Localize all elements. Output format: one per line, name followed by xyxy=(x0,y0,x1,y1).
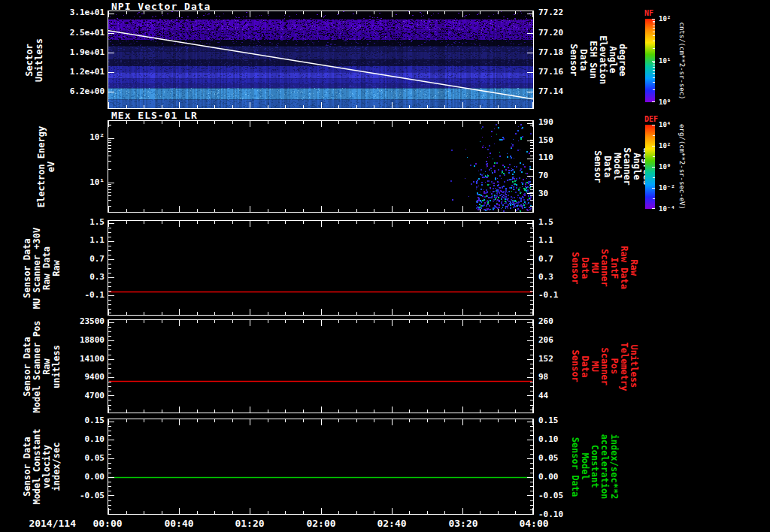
colorbar-tick-label: 10⁻² xyxy=(659,184,675,192)
colorbar-tick-label: 10⁻⁴ xyxy=(659,205,675,213)
y-tick-label-right: 77.22 xyxy=(538,8,563,17)
colorbar-tick xyxy=(652,167,655,168)
y-tick-label-left: 10¹ xyxy=(0,178,105,187)
y-tick-label-right: 77.14 xyxy=(538,87,563,96)
y-tick-label-right: 150 xyxy=(538,136,553,145)
time-tick-label: 03:20 xyxy=(448,518,477,529)
y-tick-label-right: 70 xyxy=(538,171,548,180)
plot-area-velocity xyxy=(108,419,534,515)
scanner-pos-line-canvas xyxy=(108,320,533,413)
y-tick-label-right: 30 xyxy=(538,189,548,198)
y-tick-label-right: 0.15 xyxy=(538,416,559,425)
colorbar-minor-tick xyxy=(653,32,655,32)
y-tick-label-right: 0.7 xyxy=(538,255,553,264)
time-tick-label: 02:40 xyxy=(377,518,406,529)
y-tick-label-left: 0.00 xyxy=(0,473,105,482)
y-tick-label-right: -0.05 xyxy=(538,491,563,500)
panel-title-mex-els: MEx ELS-01 LR xyxy=(111,110,198,121)
y-tick-label-left: 0.15 xyxy=(0,416,105,425)
y-tick-label-right: 98 xyxy=(538,373,548,382)
time-tick-label: 01:20 xyxy=(235,518,264,529)
time-tick-label: 00:40 xyxy=(164,518,193,529)
y-tick-label-left: 18800 xyxy=(0,336,105,345)
colorbar-minor-tick xyxy=(653,156,655,157)
colorbar-nf: NF cnts/(cm**2-sr-sec) 10²10¹10⁰ xyxy=(644,19,741,102)
y-tick-label-right: 1.1 xyxy=(538,236,553,245)
plot-area-els xyxy=(108,120,534,213)
colorbar-tick-label: 10⁰ xyxy=(659,163,671,171)
plot-area-mu-scanner xyxy=(108,220,534,316)
y-axis-label-acceleration: Sensor Data Model Constant acceleration … xyxy=(570,434,619,500)
colorbar-minor-tick xyxy=(653,89,655,90)
y-tick-label-left: 0.7 xyxy=(0,255,105,264)
colorbar-tick-label: 10² xyxy=(659,15,671,23)
date-label: 2014/114 xyxy=(0,518,76,529)
y-tick-label-left: 1.9e+01 xyxy=(0,48,105,57)
y-tick-label-left: 2.5e+01 xyxy=(0,29,105,38)
colorbar-minor-tick xyxy=(653,135,655,136)
time-tick-label: 02:00 xyxy=(306,518,335,529)
colorbar-tick xyxy=(652,125,655,125)
y-tick-label-right: 110 xyxy=(538,153,553,162)
plot-area-scanner-pos xyxy=(108,319,534,413)
colorbar-minor-tick xyxy=(653,82,655,83)
y-tick-label-right: 0.00 xyxy=(538,473,559,482)
colorbar-minor-tick xyxy=(653,26,655,26)
colorbar-minor-tick xyxy=(653,62,655,63)
colorbar-tick-label: 10⁰ xyxy=(659,98,671,106)
colorbar-minor-tick xyxy=(653,28,655,29)
els-spectrogram-canvas xyxy=(108,121,533,212)
y-tick-label-left: 6.2e+00 xyxy=(0,87,105,96)
colorbar-tick-label: 10¹ xyxy=(659,57,671,65)
colorbar-minor-tick xyxy=(653,41,655,41)
y-tick-label-right: 260 xyxy=(538,317,553,326)
y-tick-label-right: -0.1 xyxy=(538,291,559,300)
y-tick-label-left: 1.5 xyxy=(0,218,105,227)
colorbar-tick xyxy=(652,188,655,189)
colorbar-def-unit-label: erg/(cm**2-sr-sec-eV) xyxy=(678,124,686,210)
colorbar-tick-label: 10² xyxy=(659,142,671,150)
colorbar-minor-tick xyxy=(653,177,655,178)
time-tick-label: 04:00 xyxy=(519,518,548,529)
colorbar-def-title: DEF xyxy=(644,115,658,123)
y-tick-label-left: 23500 xyxy=(0,317,105,326)
y-tick-label-left: 0.05 xyxy=(0,454,105,463)
colorbar-minor-tick xyxy=(653,35,655,36)
time-axis: 2014/114 00:0000:4001:2002:0002:4003:200… xyxy=(0,518,770,530)
y-tick-label-left: 1.1 xyxy=(0,236,105,245)
time-tick-label: 00:00 xyxy=(92,518,122,529)
colorbar-minor-tick xyxy=(653,73,655,74)
colorbar-tick xyxy=(652,101,655,102)
y-tick-label-left: 1.2e+01 xyxy=(0,68,105,77)
colorbar-nf-unit-label: cnts/(cm**2-sr-sec) xyxy=(678,22,686,99)
y-tick-label-right: 0.10 xyxy=(538,435,559,444)
colorbar-minor-tick xyxy=(653,67,655,68)
y-tick-label-left: 3.1e+01 xyxy=(0,8,105,17)
colorbar-minor-tick xyxy=(653,70,655,71)
y-tick-label-left: 0.10 xyxy=(0,435,105,444)
y-tick-label-left: 4700 xyxy=(0,391,105,401)
colorbar-minor-tick xyxy=(653,23,655,23)
y-axis-label-sun-elevation: Sensor Data ESH Sun Elevation Angle degr… xyxy=(568,35,627,85)
y-tick-label-right: 0.3 xyxy=(538,273,553,282)
y-tick-label-right: 44 xyxy=(538,391,548,401)
colorbar-tick xyxy=(652,146,655,147)
plot-area-npi xyxy=(108,11,534,109)
colorbar-tick-label: 10⁴ xyxy=(659,121,671,128)
colorbar-minor-tick xyxy=(653,198,655,199)
colorbar-nf-title: NF xyxy=(644,9,653,17)
mu-scanner-line-canvas xyxy=(108,221,533,315)
y-tick-label-left: 0.3 xyxy=(0,273,105,282)
y-tick-label-right: 1.5 xyxy=(538,218,553,227)
y-tick-label-right: 77.16 xyxy=(538,68,563,77)
y-axis-label-mu-scanner-intf: Sensor Data MU Scanner IntF Raw Data Raw xyxy=(570,244,638,292)
y-tick-label-right: 190 xyxy=(538,118,553,127)
npi-spectrogram-canvas xyxy=(108,11,533,108)
colorbar-minor-tick xyxy=(653,48,655,49)
y-tick-label-left: -0.1 xyxy=(0,291,105,300)
colorbar-minor-tick xyxy=(653,21,655,22)
y-tick-label-right: 152 xyxy=(538,355,553,364)
colorbar-tick xyxy=(652,208,655,209)
y-axis-label-scanner-angle: Sensor Data Model Scanner Angle degrees xyxy=(593,144,651,190)
colorbar-minor-tick xyxy=(653,77,655,78)
